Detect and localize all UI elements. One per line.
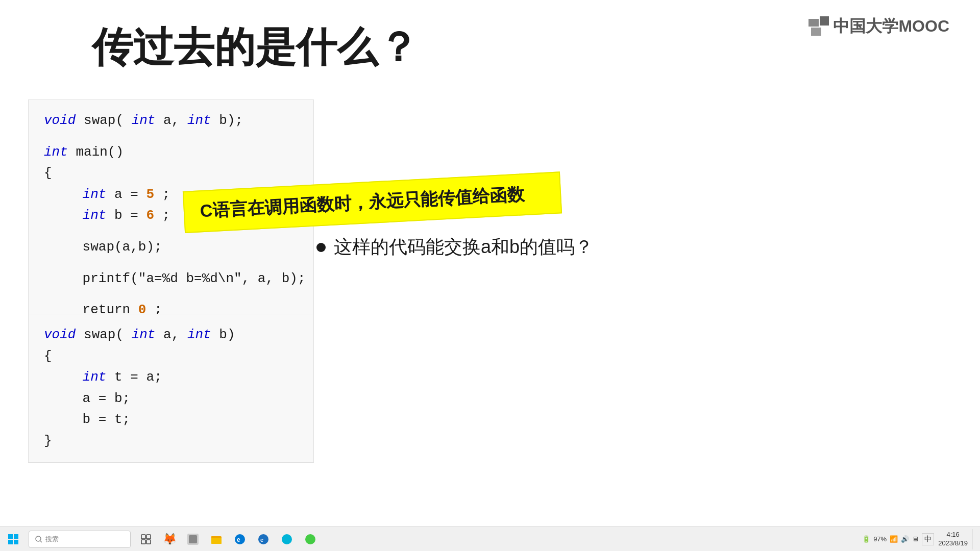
svg-marker-0 (808, 19, 819, 27)
svg-rect-10 (146, 535, 151, 539)
task-view-button[interactable] (135, 528, 157, 550)
code-line: { (44, 163, 298, 184)
keyword-void2: void (44, 327, 76, 342)
number-5: 5 (146, 187, 154, 202)
keyword-int-main: int (44, 144, 68, 160)
svg-rect-4 (14, 534, 18, 539)
svg-line-8 (40, 541, 42, 542)
svg-rect-5 (8, 540, 13, 544)
svg-rect-14 (189, 535, 197, 543)
clock-date: 2023/8/19 (938, 539, 968, 548)
svg-point-7 (36, 536, 41, 541)
svg-rect-3 (8, 534, 13, 539)
wifi-icon: 📶 (890, 535, 898, 543)
monitor-icon: 🖥 (912, 535, 919, 543)
code-block-2: void swap( int a, int b) { int t = a; a … (28, 314, 314, 463)
logo-area: 中国大学MOOC (808, 15, 949, 38)
edge-icon: e (234, 534, 246, 545)
battery-icon: 🔋 (862, 535, 870, 543)
keyword-int2: int (187, 113, 211, 128)
svg-text:e: e (237, 536, 240, 543)
taskbar-ie[interactable]: e (252, 528, 275, 550)
green-app-icon (305, 534, 316, 545)
taskbar-search[interactable]: 搜索 (29, 531, 131, 548)
search-placeholder: 搜索 (45, 535, 59, 544)
taskbar-clock[interactable]: 4:16 2023/8/19 (938, 531, 968, 548)
keyword-int-b: int (83, 208, 107, 223)
main-content: 中国大学MOOC 传过去的是什么？ void swap( int a, int … (0, 0, 980, 531)
volume-icon: 🔊 (901, 535, 909, 543)
code-line: int t = a; (44, 367, 298, 388)
show-desktop-button[interactable] (972, 529, 975, 549)
taskbar: 搜索 🦊 (0, 527, 980, 551)
start-button[interactable] (0, 527, 27, 552)
system-tray: 🔋 97% 📶 🔊 🖥 中 (862, 533, 934, 545)
battery-text: 97% (873, 535, 887, 543)
code-line: swap(a,b); (44, 237, 298, 258)
svg-rect-9 (141, 535, 145, 539)
code-line: b = t; (44, 409, 298, 431)
file-explorer-icon (211, 534, 222, 545)
number-6: 6 (146, 208, 154, 223)
banner-text: C语言在调用函数时，永远只能传值给函数 (200, 184, 525, 220)
bullet-text: 这样的代码能交换a和b的值吗？ (334, 235, 593, 260)
taskbar-explorer[interactable] (205, 528, 228, 550)
svg-rect-16 (211, 538, 222, 544)
svg-rect-17 (211, 536, 215, 538)
code-line: void swap( int a, int b) (44, 324, 298, 346)
svg-point-22 (282, 534, 292, 544)
language-indicator: 中 (922, 533, 934, 545)
ie-icon: e (258, 534, 269, 545)
logo-text: 中国大学MOOC (833, 15, 949, 38)
taskbar-right: 🔋 97% 📶 🔊 🖥 中 4:16 2023/8/19 (862, 529, 980, 549)
keyword-int-a: int (83, 187, 107, 202)
taskbar-app-2[interactable] (182, 528, 204, 550)
keyword-int4: int (187, 327, 211, 342)
taskbar-app-1[interactable]: 🦊 (158, 528, 181, 550)
bullet-dot-icon (316, 243, 326, 252)
taskbar-app-4[interactable] (299, 528, 322, 550)
svg-marker-1 (820, 16, 829, 26)
svg-marker-2 (811, 28, 821, 36)
svg-rect-6 (14, 540, 18, 544)
svg-text:e: e (260, 537, 263, 543)
bullet-area: 这样的代码能交换a和b的值吗？ (316, 235, 593, 260)
mooc-logo-icon (808, 16, 829, 37)
keyword-int-t: int (83, 369, 107, 385)
taskbar-icons: 🦊 e e (135, 528, 322, 550)
search-icon (35, 536, 42, 543)
keyword-void: void (44, 113, 76, 128)
code-line: a = b; (44, 388, 298, 410)
windows-icon (8, 534, 18, 544)
taskbar-app-2-icon (186, 533, 200, 546)
code-line: int main() (44, 142, 298, 163)
code-line: printf("a=%d b=%d\n", a, b); (44, 268, 298, 290)
taskbar-edge[interactable]: e (229, 528, 251, 550)
taskbar-app-3[interactable] (276, 528, 298, 550)
svg-rect-11 (141, 540, 145, 544)
svg-rect-12 (146, 540, 151, 544)
code-line: void swap( int a, int b); (44, 110, 298, 132)
circle-app-icon (281, 534, 292, 545)
svg-point-23 (305, 534, 315, 544)
clock-time: 4:16 (946, 531, 959, 539)
keyword-int1: int (132, 113, 156, 128)
keyword-int3: int (132, 327, 156, 342)
code-line: } (44, 431, 298, 452)
task-view-icon (141, 534, 151, 544)
code-line: { (44, 346, 298, 367)
